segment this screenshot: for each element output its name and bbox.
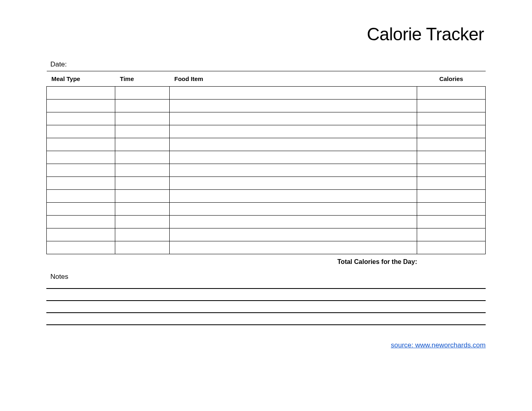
note-line[interactable]: [46, 312, 486, 313]
cell-food-item[interactable]: [170, 177, 417, 190]
cell-meal-type[interactable]: [47, 164, 115, 177]
cell-food-item[interactable]: [170, 125, 417, 138]
cell-time[interactable]: [115, 203, 170, 216]
table-row: [47, 164, 486, 177]
page-title: Calorie Tracker: [46, 24, 484, 44]
cell-food-item[interactable]: [170, 241, 417, 254]
table-row: [47, 87, 486, 100]
source-link[interactable]: source: www.neworchards.com: [391, 341, 486, 349]
date-label: Date:: [46, 60, 486, 68]
cell-time[interactable]: [115, 151, 170, 164]
cell-food-item[interactable]: [170, 112, 417, 125]
header-time: Time: [115, 71, 170, 87]
table-header-row: Meal Type Time Food Item Calories: [47, 71, 486, 87]
cell-meal-type[interactable]: [47, 228, 115, 241]
table-row: [47, 138, 486, 151]
cell-meal-type[interactable]: [47, 100, 115, 112]
cell-food-item[interactable]: [170, 190, 417, 203]
table-row: [47, 177, 486, 190]
notes-label: Notes: [46, 273, 486, 281]
cell-food-item[interactable]: [170, 228, 417, 241]
cell-meal-type[interactable]: [47, 177, 115, 190]
notes-lines-container: [46, 288, 486, 325]
cell-time[interactable]: [115, 87, 170, 100]
cell-food-item[interactable]: [170, 216, 417, 228]
cell-meal-type[interactable]: [47, 112, 115, 125]
cell-food-item[interactable]: [170, 87, 417, 100]
cell-calories[interactable]: [417, 87, 486, 100]
header-calories: Calories: [417, 71, 486, 87]
source-link-container: source: www.neworchards.com: [46, 341, 486, 349]
table-row: [47, 125, 486, 138]
cell-meal-type[interactable]: [47, 87, 115, 100]
cell-calories[interactable]: [417, 125, 486, 138]
table-row: [47, 112, 486, 125]
table-row: [47, 151, 486, 164]
cell-time[interactable]: [115, 164, 170, 177]
cell-calories[interactable]: [417, 241, 486, 254]
cell-calories[interactable]: [417, 190, 486, 203]
cell-meal-type[interactable]: [47, 125, 115, 138]
cell-time[interactable]: [115, 216, 170, 228]
cell-calories[interactable]: [417, 203, 486, 216]
header-meal-type: Meal Type: [47, 71, 115, 87]
cell-food-item[interactable]: [170, 100, 417, 112]
total-calories-label: Total Calories for the Day:: [337, 258, 417, 266]
table-row: [47, 190, 486, 203]
table-row: [47, 228, 486, 241]
cell-meal-type[interactable]: [47, 190, 115, 203]
cell-time[interactable]: [115, 138, 170, 151]
note-line[interactable]: [46, 288, 486, 289]
cell-calories[interactable]: [417, 138, 486, 151]
calorie-table: Meal Type Time Food Item Calories: [46, 71, 486, 254]
cell-calories[interactable]: [417, 164, 486, 177]
cell-food-item[interactable]: [170, 138, 417, 151]
table-row: [47, 241, 486, 254]
cell-time[interactable]: [115, 100, 170, 112]
cell-calories[interactable]: [417, 177, 486, 190]
cell-time[interactable]: [115, 112, 170, 125]
cell-time[interactable]: [115, 177, 170, 190]
cell-meal-type[interactable]: [47, 138, 115, 151]
cell-calories[interactable]: [417, 228, 486, 241]
cell-food-item[interactable]: [170, 203, 417, 216]
cell-time[interactable]: [115, 241, 170, 254]
cell-calories[interactable]: [417, 100, 486, 112]
cell-calories[interactable]: [417, 151, 486, 164]
table-row: [47, 216, 486, 228]
cell-time[interactable]: [115, 190, 170, 203]
cell-meal-type[interactable]: [47, 216, 115, 228]
cell-time[interactable]: [115, 228, 170, 241]
table-row: [47, 203, 486, 216]
header-food-item: Food Item: [170, 71, 417, 87]
note-line[interactable]: [46, 300, 486, 301]
cell-calories[interactable]: [417, 216, 486, 228]
total-calories-row: Total Calories for the Day:: [46, 258, 486, 266]
cell-meal-type[interactable]: [47, 203, 115, 216]
cell-meal-type[interactable]: [47, 241, 115, 254]
cell-food-item[interactable]: [170, 151, 417, 164]
cell-calories[interactable]: [417, 112, 486, 125]
note-line[interactable]: [46, 324, 486, 325]
cell-food-item[interactable]: [170, 164, 417, 177]
cell-meal-type[interactable]: [47, 151, 115, 164]
cell-time[interactable]: [115, 125, 170, 138]
table-row: [47, 100, 486, 112]
